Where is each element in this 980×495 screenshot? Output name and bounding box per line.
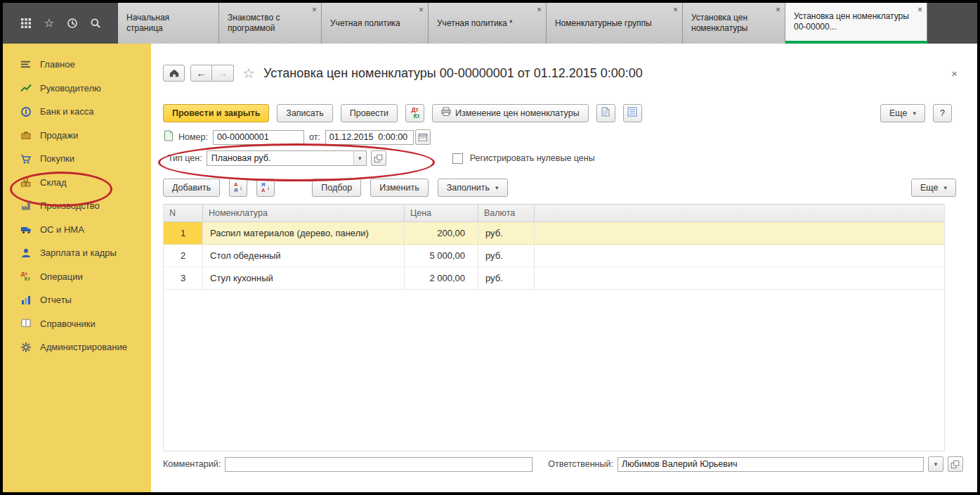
sidebar-item-manager[interactable]: Руководителю: [3, 77, 151, 101]
calendar-icon-button[interactable]: [415, 129, 431, 145]
chevron-down-icon: ▾: [934, 461, 938, 468]
main-menu-icon[interactable]: [20, 17, 32, 30]
cell-price: 200,00: [405, 222, 478, 244]
register-zero-prices-checkbox[interactable]: [452, 153, 463, 164]
truck-icon: [20, 224, 32, 236]
column-header-price[interactable]: Цена: [405, 205, 478, 221]
sidebar-item-purchases[interactable]: Покупки: [3, 147, 151, 171]
search-icon[interactable]: [89, 17, 102, 30]
person-icon: [20, 247, 32, 259]
warehouse-boxes-icon: [20, 176, 32, 188]
sidebar-item-operations[interactable]: ДтКт Операции: [3, 265, 151, 289]
factory-icon: [20, 200, 32, 212]
table-row[interactable]: 3 Стул кухонный 2 000,00 руб.: [164, 267, 944, 290]
edit-button[interactable]: Изменить: [370, 179, 428, 197]
form-footer: Комментарий: Ответственный: ▾: [163, 456, 963, 472]
add-to-favorites-star-icon[interactable]: ☆: [242, 65, 255, 82]
chevron-down-icon[interactable]: ▾: [353, 151, 366, 165]
change-item-prices-button[interactable]: Изменение цен номенклатуры: [432, 104, 589, 122]
forward-button[interactable]: →: [212, 65, 234, 82]
close-icon[interactable]: ×: [776, 6, 780, 14]
pick-button[interactable]: Подбор: [312, 179, 361, 197]
sidebar-item-directories[interactable]: Справочники: [3, 312, 151, 336]
tab-home-page[interactable]: Начальная страница: [118, 3, 219, 44]
sidebar-item-main[interactable]: Главное: [3, 53, 151, 77]
sidebar-item-fixed-assets[interactable]: ОС и НМА: [3, 218, 151, 242]
add-row-button[interactable]: Добавить: [163, 179, 220, 197]
history-icon[interactable]: [66, 17, 79, 30]
cell-n: 3: [164, 267, 203, 289]
sidebar-item-reports[interactable]: Отчеты: [3, 288, 151, 312]
cell-nomenclature: Стул кухонный: [203, 267, 405, 289]
register-zero-prices-label[interactable]: Регистрировать нулевые цены: [470, 153, 595, 163]
close-icon[interactable]: ×: [917, 6, 922, 14]
sidebar-item-production[interactable]: Производство: [3, 194, 151, 218]
comment-input[interactable]: [225, 457, 533, 472]
table-row[interactable]: 2 Стол обеденный 5 000,00 руб.: [164, 245, 944, 267]
list-icon: [627, 107, 637, 119]
post-and-close-button[interactable]: Провести и закрыть: [163, 104, 269, 122]
home-button[interactable]: [163, 65, 185, 82]
sidebar-item-payroll-hr[interactable]: Зарплата и кадры: [3, 241, 151, 265]
date-input[interactable]: [325, 130, 414, 145]
favorites-star-icon[interactable]: ☆: [43, 17, 55, 30]
table-more-button[interactable]: Еще ▾: [911, 179, 956, 197]
fill-button[interactable]: Заполнить ▾: [438, 179, 508, 197]
responsible-input[interactable]: [618, 457, 924, 472]
history-nav-group: ← →: [190, 65, 234, 82]
sidebar-item-sales[interactable]: Продажи: [3, 124, 151, 148]
tab-price-setting-list[interactable]: Установка цен номенклатуры ×: [683, 3, 785, 44]
column-header-currency[interactable]: Валюта: [478, 205, 535, 221]
close-icon[interactable]: ×: [419, 6, 424, 14]
create-based-on-icon-button[interactable]: [596, 104, 615, 122]
cell-price: 5 000,00: [405, 245, 478, 266]
back-button[interactable]: ←: [190, 65, 212, 82]
sort-descending-icon-button[interactable]: ЯА ↓: [256, 179, 275, 197]
cell-currency: руб.: [478, 245, 535, 266]
show-postings-button[interactable]: ДтКт: [405, 104, 424, 122]
price-type-value: Плановая руб.: [207, 151, 353, 165]
sidebar-item-administration[interactable]: Администрирование: [3, 335, 151, 359]
open-responsible-icon-button[interactable]: [948, 456, 963, 472]
price-type-row: Тип цен: Плановая руб. ▾ Регистрировать …: [168, 150, 595, 166]
tab-accounting-policy[interactable]: Учетная политика ×: [322, 3, 429, 44]
form-close-icon[interactable]: ×: [951, 68, 958, 79]
gear-icon: [20, 341, 32, 353]
table-header: N Номенклатура Цена Валюта: [164, 204, 944, 222]
section-sidebar: Главное Руководителю Банк и касса Продаж…: [3, 44, 151, 492]
cell-nomenclature: Распил материалов (дерево, панели): [203, 222, 405, 244]
price-type-combobox[interactable]: Плановая руб. ▾: [207, 150, 367, 166]
close-icon[interactable]: ×: [673, 6, 678, 14]
chevron-down-icon: ▾: [913, 110, 916, 117]
number-label: Номер:: [178, 132, 208, 142]
sort-ascending-icon-button[interactable]: АЯ ↓: [229, 179, 247, 197]
number-date-row: Номер: от:: [163, 129, 431, 145]
document-icon: [163, 130, 174, 144]
column-header-nomenclature[interactable]: Номенклатура: [203, 205, 405, 221]
command-bar: Провести и закрыть Записать Провести ДтК…: [163, 103, 952, 122]
tab-strip: Начальная страница Знакомство с программ…: [118, 3, 927, 44]
cell-n: 1: [164, 222, 203, 244]
tab-item-groups[interactable]: Номенклатурные группы ×: [547, 3, 683, 44]
tab-program-intro[interactable]: Знакомство с программой ×: [219, 3, 322, 44]
more-button[interactable]: Еще ▾: [880, 104, 925, 122]
sidebar-item-bank-cash[interactable]: Банк и касса: [3, 100, 151, 124]
table-row[interactable]: 1 Распил материалов (дерево, панели) 200…: [164, 222, 944, 245]
tab-price-setting-document[interactable]: Установка цен номенклатуры 00-00000... ×: [785, 3, 927, 44]
document-copy-icon: [601, 107, 610, 120]
close-icon[interactable]: ×: [537, 6, 542, 14]
cell-price: 2 000,00: [405, 267, 478, 289]
sidebar-item-warehouse[interactable]: Склад: [3, 171, 151, 195]
post-button[interactable]: Провести: [341, 104, 398, 122]
close-icon[interactable]: ×: [312, 6, 317, 14]
number-input[interactable]: [213, 130, 304, 145]
column-header-n[interactable]: N: [164, 205, 203, 221]
document-structure-icon-button[interactable]: [623, 104, 642, 122]
tab-accounting-policy-modified[interactable]: Учетная политика * ×: [429, 3, 547, 44]
open-price-type-icon-button[interactable]: [371, 150, 386, 166]
help-button[interactable]: ?: [933, 104, 952, 122]
responsible-dropdown-icon-button[interactable]: ▾: [928, 456, 943, 472]
save-button[interactable]: Записать: [277, 104, 332, 122]
trend-chart-icon: [20, 82, 32, 94]
page-title: Установка цен номенклатуры 00-00000001 о…: [263, 66, 943, 81]
